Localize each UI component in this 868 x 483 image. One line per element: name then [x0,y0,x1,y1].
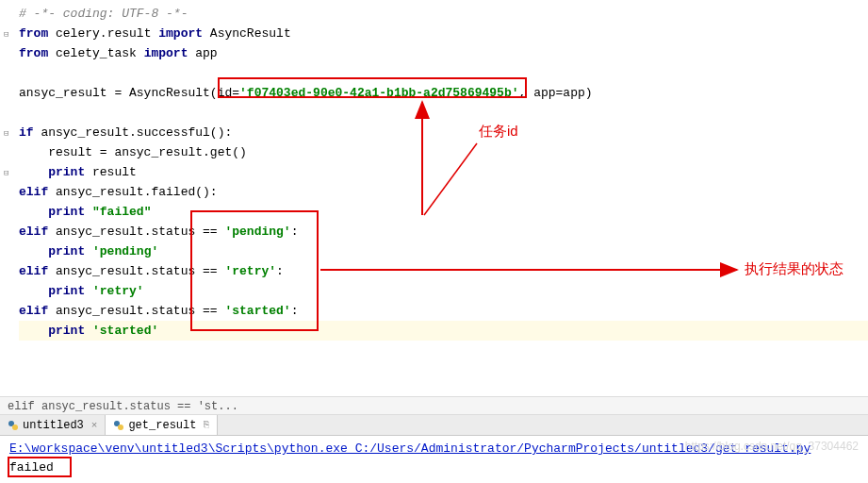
fold-icon[interactable]: ⊟ [4,125,13,134]
breadcrumb: elif ansyc_result.status == 'st... [0,396,868,415]
tab-label: get_result [128,419,196,432]
console-result: failed [9,458,859,477]
code-line[interactable]: from celery.result import AsyncResult [19,24,868,43]
gutter: ⊟ ⊟ ⊟ [0,0,17,396]
tab-label: untitled3 [23,419,84,432]
pin-icon[interactable]: ⎘ [204,420,209,430]
fold-icon[interactable]: ⊟ [4,164,13,174]
svg-point-1 [12,425,18,430]
code-line[interactable]: print 'pending' [19,242,868,261]
run-tabs-bar: untitled3 × get_result ⎘ [0,415,868,436]
code-line[interactable]: elif ansyc_result.status == 'pending': [19,222,868,242]
svg-point-3 [118,425,123,430]
close-icon[interactable]: × [91,420,98,431]
code-line[interactable]: print result [19,162,868,182]
code-line[interactable]: ansyc_result = AsyncResult(id='f07403ed-… [19,83,868,103]
tab-get-result[interactable]: get_result ⎘ [106,415,218,435]
code-line[interactable]: elif ansyc_result.failed(): [19,182,868,202]
tab-untitled3[interactable]: untitled3 × [0,415,106,435]
fold-icon[interactable]: ⊟ [4,25,13,35]
python-icon [113,420,124,431]
code-line[interactable]: from celety_task import app [19,43,868,63]
code-line[interactable] [19,103,868,123]
code-line[interactable]: elif ansyc_result.status == 'retry': [19,261,868,281]
code-line[interactable] [19,341,868,360]
code-line[interactable]: if ansyc_result.successful(): [19,123,868,142]
code-editor[interactable]: ⊟ ⊟ ⊟ # -*- coding: UTF-8 -*- from celer… [0,0,868,396]
code-line[interactable]: print 'retry' [19,281,868,301]
code-line[interactable]: # -*- coding: UTF-8 -*- [19,4,868,24]
code-line[interactable]: print 'started' [19,321,868,341]
python-icon [8,420,19,431]
code-line[interactable] [19,63,868,83]
breadcrumb-text: elif ansyc_result.status == 'st... [8,400,238,413]
watermark: https://blog.csdn.net/qq_37304462 [685,440,859,453]
code-line[interactable]: print "failed" [19,202,868,222]
code-line[interactable]: elif ansyc_result.status == 'started': [19,301,868,321]
code-line[interactable]: result = ansyc_result.get() [19,142,868,162]
